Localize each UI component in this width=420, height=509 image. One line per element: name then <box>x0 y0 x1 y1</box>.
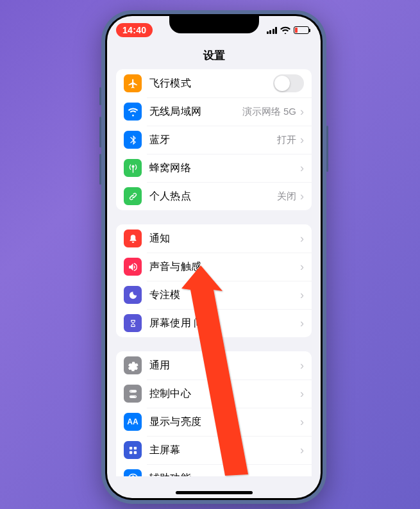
row-screen-time[interactable]: 屏幕使用 间 › <box>116 309 312 337</box>
phone-frame: 14:40 设置 飞行模式 <box>101 10 326 504</box>
bell-icon <box>124 229 142 247</box>
wifi-icon <box>280 26 290 34</box>
row-home-screen[interactable]: 主屏幕 › <box>116 436 312 464</box>
mute-switch[interactable] <box>99 87 101 105</box>
svg-point-5 <box>132 475 134 476</box>
row-label: 显示与亮度 <box>149 415 300 429</box>
row-airplane-mode[interactable]: 飞行模式 <box>116 69 312 97</box>
volume-down-button[interactable] <box>99 154 101 185</box>
svg-rect-0 <box>129 446 131 449</box>
chevron-right-icon: › <box>300 233 304 244</box>
airplane-icon <box>124 74 142 92</box>
row-hotspot[interactable]: 个人热点 关闭 › <box>116 182 312 210</box>
row-label: 个人热点 <box>149 190 277 203</box>
row-label: 主屏幕 <box>149 444 300 457</box>
phone-screen: 14:40 设置 飞行模式 <box>107 16 321 498</box>
row-bluetooth[interactable]: 蓝牙 打开 › <box>116 126 312 154</box>
settings-group-general: 通用 › 控制中心 › AA 显示与亮度 › 主 <box>116 351 312 476</box>
row-wifi[interactable]: 无线局域网 演示网络 5G › <box>116 97 312 126</box>
chevron-right-icon: › <box>300 360 304 371</box>
row-label: 专注模 <box>149 288 300 302</box>
switches-icon <box>124 385 142 403</box>
chevron-right-icon: › <box>300 444 304 456</box>
home-indicator[interactable] <box>176 491 253 494</box>
chevron-right-icon: › <box>300 289 304 301</box>
row-control-center[interactable]: 控制中心 › <box>116 380 312 408</box>
chevron-right-icon: › <box>300 472 304 476</box>
chevron-right-icon: › <box>300 388 304 399</box>
antenna-icon <box>124 159 142 177</box>
hourglass-icon <box>124 314 142 332</box>
row-accessibility[interactable]: 辅助功能 › <box>116 464 312 476</box>
row-label: 蓝牙 <box>149 133 277 147</box>
row-value: 关闭 <box>277 190 296 203</box>
volume-up-button[interactable] <box>99 117 101 147</box>
chevron-right-icon: › <box>300 190 304 202</box>
link-icon <box>124 187 142 205</box>
svg-rect-3 <box>133 451 136 453</box>
page-title: 设置 <box>107 44 321 69</box>
row-label: 无线局域网 <box>149 105 242 119</box>
battery-low-icon <box>294 26 309 34</box>
row-label: 通用 <box>149 359 300 372</box>
chevron-right-icon: › <box>300 416 304 428</box>
row-cellular[interactable]: 蜂窝网络 › <box>116 154 312 182</box>
row-sounds-haptics[interactable]: 声音与触感 › <box>116 253 312 281</box>
row-general[interactable]: 通用 › <box>116 351 312 380</box>
chevron-right-icon: › <box>300 317 304 329</box>
gear-icon <box>124 356 142 374</box>
chevron-right-icon: › <box>300 106 304 117</box>
phone-bezel: 14:40 设置 飞行模式 <box>105 14 323 500</box>
power-button[interactable] <box>326 126 328 172</box>
row-label: 通知 <box>149 232 300 246</box>
accessibility-icon <box>124 469 142 476</box>
status-time-pill[interactable]: 14:40 <box>116 23 153 37</box>
airplane-toggle[interactable] <box>273 74 304 92</box>
chevron-right-icon: › <box>300 134 304 146</box>
chevron-right-icon: › <box>300 162 304 174</box>
row-focus[interactable]: 专注模 › <box>116 281 312 309</box>
row-label: 蜂窝网络 <box>149 162 300 175</box>
row-label: 控制中心 <box>149 387 300 401</box>
row-display-brightness[interactable]: AA 显示与亮度 › <box>116 408 312 436</box>
row-label: 飞行模式 <box>149 77 273 90</box>
row-label: 声音与触感 <box>149 260 300 274</box>
chevron-right-icon: › <box>300 261 304 272</box>
row-label: 辅助功能 <box>149 472 300 477</box>
settings-content: 设置 飞行模式 无线局域网 演示网络 5G › <box>107 44 321 476</box>
row-value: 打开 <box>277 134 296 146</box>
cellular-signal-icon <box>267 27 278 34</box>
phone-notch <box>169 14 259 33</box>
status-right <box>267 26 310 34</box>
moon-icon <box>124 286 142 304</box>
wifi-square-icon <box>124 103 142 121</box>
settings-group-connectivity: 飞行模式 无线局域网 演示网络 5G › 蓝牙 打开 › <box>116 69 312 210</box>
settings-group-notifications: 通知 › 声音与触感 › 专注模 › 屏幕使用 <box>116 224 312 337</box>
aa-icon: AA <box>124 413 142 431</box>
svg-rect-2 <box>129 451 131 453</box>
row-notifications[interactable]: 通知 › <box>116 224 312 253</box>
bluetooth-icon <box>124 131 142 149</box>
grid-icon <box>124 441 142 459</box>
svg-rect-1 <box>133 446 136 449</box>
row-value: 演示网络 5G <box>242 106 296 118</box>
row-label: 屏幕使用 间 <box>149 317 300 330</box>
speaker-icon <box>124 258 142 276</box>
